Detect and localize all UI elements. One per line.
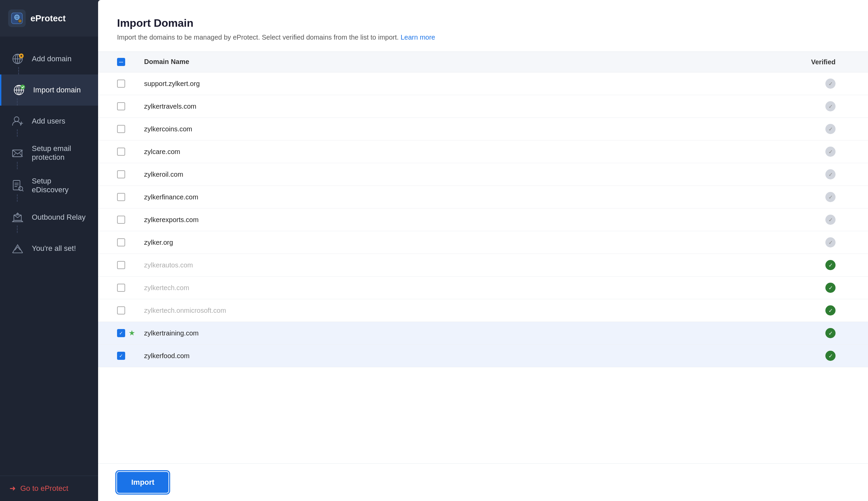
select-all-checkbox[interactable]	[117, 58, 125, 66]
row-checkbox-cell[interactable]	[117, 238, 144, 246]
row-checkbox-cell[interactable]	[117, 193, 144, 201]
sidebar-item-add-domain[interactable]: Add domain	[0, 43, 98, 74]
svg-line-31	[22, 190, 23, 191]
row-checkbox[interactable]	[117, 238, 125, 246]
primary-star-icon: ★	[129, 329, 135, 338]
table-row: zylkertravels.com ✓	[98, 95, 868, 118]
svg-rect-26	[13, 180, 20, 190]
header-checkbox-cell[interactable]	[117, 58, 144, 66]
sidebar-item-add-domain-label: Add domain	[32, 54, 72, 63]
table-row: zylkerautos.com ✓	[98, 254, 868, 277]
row-checkbox	[117, 261, 125, 269]
domain-name: zylkerexports.com	[144, 216, 781, 224]
row-checkbox	[117, 284, 125, 292]
verified-status: ✓	[781, 169, 849, 179]
sidebar-item-setup-email-label: Setup email protection	[32, 144, 89, 162]
verified-icon-grey: ✓	[825, 124, 836, 134]
svg-line-24	[12, 153, 15, 157]
svg-point-20	[14, 117, 19, 121]
user-add-icon	[10, 113, 26, 129]
table-row: zylker.org ✓	[98, 231, 868, 254]
row-checkbox[interactable]	[117, 170, 125, 178]
sidebar-item-all-set[interactable]: You're all set!	[0, 233, 98, 264]
table-row: zylkercoins.com ✓	[98, 118, 868, 140]
globe-add-icon	[10, 51, 26, 67]
verified-status: ✓	[781, 328, 849, 338]
verified-icon-grey: ✓	[825, 192, 836, 202]
row-checkbox[interactable]	[117, 216, 125, 224]
verified-icon-green: ✓	[825, 328, 836, 338]
row-checkbox[interactable]	[117, 352, 125, 360]
row-checkbox[interactable]	[117, 102, 125, 110]
verified-status: ✓	[781, 124, 849, 134]
verified-icon-green: ✓	[825, 351, 836, 361]
row-checkbox-cell[interactable]	[117, 170, 144, 178]
domain-name: zylkerautos.com	[144, 261, 781, 269]
page-header: Import Domain Import the domains to be m…	[98, 0, 868, 52]
verified-status: ✓	[781, 78, 849, 89]
mountain-icon	[10, 240, 26, 257]
sidebar: eProtect Add domain	[0, 0, 98, 501]
verified-icon-grey: ✓	[825, 237, 836, 247]
go-to-eprotect-label: Go to eProtect	[20, 484, 68, 493]
row-checkbox-cell[interactable]	[117, 125, 144, 133]
row-checkbox-cell[interactable]	[117, 216, 144, 224]
verified-status: ✓	[781, 147, 849, 157]
domain-name: zylkerfinance.com	[144, 193, 781, 201]
domain-name: zylkercoins.com	[144, 125, 781, 133]
sidebar-footer: ➜ Go to eProtect	[0, 476, 98, 501]
sidebar-nav: Add domain Import domain	[0, 36, 98, 476]
page-footer: Import	[98, 463, 868, 501]
table-row: zylkertech.com ✓	[98, 277, 868, 299]
verified-icon-grey: ✓	[825, 169, 836, 179]
description-text: Import the domains to be managed by ePro…	[117, 33, 399, 41]
table-row: zylcare.com ✓	[98, 140, 868, 163]
domain-name: zylkertech.onmicrosoft.com	[144, 307, 781, 315]
row-checkbox[interactable]	[117, 193, 125, 201]
domain-table: Domain Name Verified support.zylkert.org…	[98, 52, 868, 463]
verified-status: ✓	[781, 351, 849, 361]
row-checkbox-cell[interactable]	[117, 79, 144, 88]
go-to-eprotect-link[interactable]: ➜ Go to eProtect	[10, 484, 89, 493]
sidebar-item-import-domain-label: Import domain	[33, 86, 81, 94]
row-checkbox-cell[interactable]	[117, 148, 144, 156]
domain-name-header: Domain Name	[144, 58, 781, 66]
verified-status: ✓	[781, 192, 849, 202]
row-checkbox	[117, 306, 125, 315]
sidebar-item-import-domain[interactable]: Import domain	[0, 74, 98, 106]
svg-point-30	[19, 186, 23, 191]
learn-more-link[interactable]: Learn more	[400, 33, 435, 41]
row-checkbox-cell[interactable]	[117, 102, 144, 110]
sidebar-item-outbound-relay-label: Outbound Relay	[32, 213, 86, 222]
email-shield-icon	[10, 145, 26, 161]
verified-status: ✓	[781, 215, 849, 225]
sidebar-item-add-users[interactable]: Add users	[0, 106, 98, 137]
page-title: Import Domain	[117, 17, 849, 30]
verified-icon-grey: ✓	[825, 147, 836, 157]
domain-name: zylkertraining.com	[144, 329, 781, 337]
domain-name: zylkertech.com	[144, 284, 781, 292]
table-row: zylkerexports.com ✓	[98, 209, 868, 231]
globe-check-icon	[11, 82, 27, 98]
verified-header: Verified	[781, 58, 849, 66]
verified-icon-grey: ✓	[825, 215, 836, 225]
sidebar-item-setup-email[interactable]: Setup email protection	[0, 137, 98, 169]
verified-status: ✓	[781, 283, 849, 293]
import-button[interactable]: Import	[117, 472, 168, 493]
row-checkbox-cell[interactable]	[117, 352, 144, 360]
row-checkbox[interactable]	[117, 125, 125, 133]
app-name: eProtect	[31, 13, 66, 24]
sidebar-item-setup-ediscovery[interactable]: Setup eDiscovery	[0, 169, 98, 202]
row-checkbox[interactable]	[117, 148, 125, 156]
row-checkbox[interactable]	[117, 79, 125, 88]
domain-name: zylkerfood.com	[144, 352, 781, 360]
domain-name: zylkeroil.com	[144, 171, 781, 178]
row-checkbox[interactable]	[117, 329, 125, 337]
row-checkbox-cell[interactable]: ★	[117, 329, 144, 338]
table-header: Domain Name Verified	[98, 52, 868, 73]
sidebar-item-outbound-relay[interactable]: Outbound Relay	[0, 202, 98, 233]
page-description: Import the domains to be managed by ePro…	[117, 33, 849, 41]
table-row: support.zylkert.org ✓	[98, 73, 868, 95]
table-row: zylkerfood.com ✓	[98, 344, 868, 367]
row-checkbox-cell	[117, 261, 144, 269]
